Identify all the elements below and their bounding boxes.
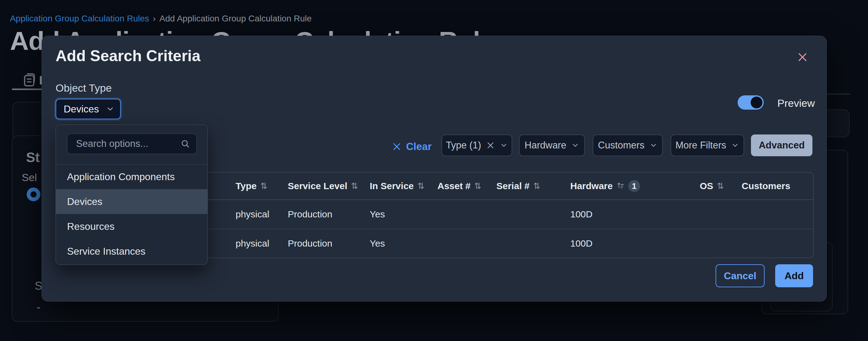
object-type-label: Object Type xyxy=(56,82,112,94)
close-icon xyxy=(797,51,808,64)
screen: Application Group Calculation Rules › Ad… xyxy=(0,0,868,341)
column-header-service-level[interactable]: Service Level ⇅ xyxy=(288,181,370,191)
option-resources[interactable]: Resources xyxy=(56,214,207,239)
sort-order-badge: 1 xyxy=(628,180,640,192)
column-label: OS xyxy=(700,181,713,191)
column-header-type[interactable]: Type ⇅ xyxy=(236,181,288,191)
radio-button xyxy=(27,188,40,201)
chevron-down-icon xyxy=(106,105,115,113)
column-label: Hardware xyxy=(570,181,613,191)
search-input[interactable] xyxy=(75,138,180,150)
chip-label: More Filters xyxy=(676,140,726,151)
option-label: Application Components xyxy=(67,171,175,183)
dialog-title: Add Search Criteria xyxy=(56,47,200,65)
toggle-knob xyxy=(751,97,763,108)
filter-chip-more-filters[interactable]: More Filters xyxy=(671,134,744,156)
clear-x-icon xyxy=(392,142,402,152)
cell-hardware: 100D xyxy=(570,238,700,249)
option-label: Devices xyxy=(67,196,102,208)
sort-icon: ⇅ xyxy=(533,181,540,191)
background-section-heading: St xyxy=(26,150,40,165)
add-button[interactable]: Add xyxy=(775,264,813,287)
preview-label: Preview xyxy=(777,97,815,109)
chip-label: Type (1) xyxy=(446,140,481,151)
background-select-label: Sel xyxy=(22,172,37,184)
column-header-serial[interactable]: Serial # ⇅ xyxy=(496,181,570,191)
cancel-label: Cancel xyxy=(724,270,756,282)
filter-chip-hardware[interactable]: Hardware xyxy=(519,134,585,156)
option-application-components[interactable]: Application Components xyxy=(56,164,207,189)
column-label: In Service xyxy=(370,181,414,191)
clear-label: Clear xyxy=(406,141,432,153)
chevron-down-icon xyxy=(500,141,508,149)
column-label: Customers xyxy=(742,181,790,191)
close-button[interactable] xyxy=(793,49,812,67)
add-search-criteria-dialog: Add Search Criteria Object Type Devices … xyxy=(41,36,827,302)
column-header-customers[interactable]: Customers xyxy=(742,181,813,191)
option-label: Resources xyxy=(67,221,115,232)
column-label: Service Level xyxy=(288,181,347,191)
column-label: Serial # xyxy=(496,181,530,191)
column-header-in-service[interactable]: In Service ⇅ xyxy=(370,181,437,191)
sort-icon: ⇅ xyxy=(474,181,482,191)
breadcrumb-separator: › xyxy=(153,14,156,24)
cell-service-level: Production xyxy=(288,238,370,249)
option-devices[interactable]: Devices xyxy=(56,189,207,214)
preview-toggle[interactable] xyxy=(738,95,764,110)
filter-chip-customers[interactable]: Customers xyxy=(593,134,663,156)
chevron-down-icon xyxy=(571,141,579,149)
cancel-button[interactable]: Cancel xyxy=(716,264,765,287)
breadcrumb-current: Add Application Group Calculation Rule xyxy=(160,14,312,24)
chip-label: Customers xyxy=(598,140,645,151)
filter-chip-type[interactable]: Type (1) xyxy=(441,134,512,156)
column-header-os[interactable]: OS ⇅ xyxy=(700,181,742,191)
cell-type: physical xyxy=(236,238,288,249)
cell-service-level: Production xyxy=(288,209,370,220)
dropdown-search[interactable] xyxy=(67,133,197,154)
background-text: S xyxy=(35,280,42,292)
breadcrumb-link[interactable]: Application Group Calculation Rules xyxy=(10,14,149,24)
background-divider xyxy=(827,94,850,94)
cell-in-service: Yes xyxy=(370,238,437,249)
option-label: Service Instances xyxy=(67,246,146,257)
add-label: Add xyxy=(784,270,804,282)
cell-type: physical xyxy=(236,209,288,220)
column-header-asset[interactable]: Asset # ⇅ xyxy=(437,181,496,191)
background-dash: - xyxy=(37,301,40,314)
chip-label: Hardware xyxy=(525,140,566,151)
clear-filters-button[interactable]: Clear xyxy=(392,138,432,155)
chevron-down-icon xyxy=(731,141,739,149)
sort-icon: ⇅ xyxy=(260,181,268,191)
sort-ascending-icon xyxy=(617,181,625,191)
document-icon xyxy=(22,73,36,89)
object-type-value: Devices xyxy=(64,103,99,115)
search-icon xyxy=(180,139,190,149)
cell-hardware: 100D xyxy=(570,209,700,220)
advanced-label: Advanced xyxy=(759,140,805,151)
dropdown-options: Application Components Devices Resources… xyxy=(56,164,207,264)
cell-in-service: Yes xyxy=(370,209,437,220)
column-header-hardware[interactable]: Hardware 1 xyxy=(570,180,700,192)
sort-icon: ⇅ xyxy=(351,181,358,191)
column-label: Asset # xyxy=(437,181,471,191)
advanced-button[interactable]: Advanced xyxy=(751,134,812,156)
sort-icon: ⇅ xyxy=(717,181,724,191)
object-type-select[interactable]: Devices xyxy=(56,99,121,119)
breadcrumb: Application Group Calculation Rules › Ad… xyxy=(10,14,312,24)
sort-icon: ⇅ xyxy=(417,181,425,191)
remove-filter-icon[interactable] xyxy=(486,141,495,150)
object-type-dropdown-panel: Application Components Devices Resources… xyxy=(56,125,208,265)
option-service-instances[interactable]: Service Instances xyxy=(56,239,207,264)
column-label: Type xyxy=(236,181,257,191)
chevron-down-icon xyxy=(649,141,657,149)
